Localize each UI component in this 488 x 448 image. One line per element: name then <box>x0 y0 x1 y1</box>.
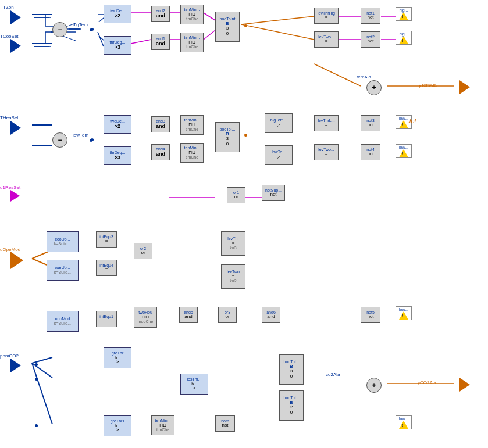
coodo-block[interactable]: cooDo... k=Build... <box>47 231 79 252</box>
grethr1-block[interactable]: greThr1 h... > <box>104 415 131 436</box>
unomod-block[interactable]: unoMod k=Build... <box>47 311 79 332</box>
u1reset-label: u1ResSet <box>0 185 20 190</box>
not1-sym: not <box>367 15 373 20</box>
ytemala-label: yTemAla <box>419 83 437 88</box>
svg-line-9 <box>98 32 104 46</box>
warup-block[interactable]: warUp... k=Build... <box>47 260 79 281</box>
warn6-block[interactable]: low... <box>396 415 412 429</box>
bootoint2-block[interactable]: booToI... B 3 0 <box>215 122 240 152</box>
warn1-icon <box>399 12 408 20</box>
svg-line-38 <box>32 357 52 363</box>
not4-block[interactable]: not4 not <box>361 144 380 160</box>
svg-line-21 <box>204 30 215 40</box>
subtractor-bot-symbol: − <box>58 136 62 144</box>
levthrl-block[interactable]: levThrL... = <box>314 115 339 131</box>
warn4-block[interactable]: low... <box>396 144 412 158</box>
levthrl-sym: = <box>325 123 328 128</box>
intequ4-block[interactable]: intEqu4 = <box>96 260 117 276</box>
jot-label: Jot <box>408 117 416 124</box>
twode-gt2-bot[interactable]: twoDe... >2 <box>104 115 131 134</box>
not6-block[interactable]: not6 not <box>215 415 235 432</box>
dot-ppmco2-3 <box>35 424 38 427</box>
or3-block[interactable]: or3 or <box>218 307 237 323</box>
twohou-block[interactable]: twoHou ⊓⊔ modChe <box>134 307 157 328</box>
not1-block[interactable]: not1 not <box>361 8 380 24</box>
tenmin1-block[interactable]: tenMin... ⊓⊔ timChe <box>180 5 204 24</box>
intequ3-block[interactable]: intEqu3 = <box>96 231 117 248</box>
bootoint1-block[interactable]: booToInt B 3 0 <box>215 12 240 42</box>
levtwo2-block[interactable]: levTwo... = <box>314 144 339 160</box>
warn1-block[interactable]: hig... <box>396 7 412 21</box>
svg-line-20 <box>204 13 215 20</box>
grethr-block[interactable]: greThr h... > <box>104 347 131 368</box>
not5-block[interactable]: not5 not <box>361 307 380 323</box>
higtem-cross-sym: ⟋ <box>276 122 282 128</box>
levtwo3-block[interactable]: levTwo = k=2 <box>221 264 245 289</box>
warn6-label: low... <box>399 417 408 421</box>
tenmin1-sym: ⊓⊔ <box>188 12 195 17</box>
twode-gt2-top-sym: >2 <box>115 13 120 19</box>
and3-block[interactable]: and3 and <box>151 116 170 132</box>
lesthr-block[interactable]: lesThr... h... < <box>180 374 208 395</box>
tenmin5-sym: ⊓⊔ <box>159 423 166 428</box>
intequ4-sym: = <box>105 267 108 273</box>
tzon-label: TZon <box>3 5 14 10</box>
levthr-block[interactable]: levThr = k=3 <box>221 231 245 256</box>
and4-block[interactable]: and4 and <box>151 144 170 160</box>
or1-block[interactable]: or1 or <box>227 187 245 203</box>
and6-block[interactable]: and6 and <box>262 307 280 323</box>
ytemala-output <box>459 80 470 94</box>
or2-block[interactable]: or2 or <box>134 243 152 259</box>
levtwo1-block[interactable]: levTwo... = <box>314 31 339 48</box>
warn4-label: low... <box>399 145 408 149</box>
bootoi5-block[interactable]: booToI... B 3 0 <box>279 354 304 385</box>
levtwo2-sym: = <box>325 152 328 157</box>
notsup-block[interactable]: notSup... not <box>262 185 285 201</box>
not2-block[interactable]: not2 not <box>361 31 380 48</box>
lowte-cross-sym: ⟋ <box>276 154 282 160</box>
warn3-icon <box>399 120 408 128</box>
tenmin3-sym: ⊓⊔ <box>188 123 195 128</box>
svg-line-23 <box>241 24 314 40</box>
dot-bootoint-mid1 <box>244 24 247 27</box>
dot-lowtem <box>91 138 94 141</box>
levthr-k: k=3 <box>230 246 236 250</box>
warn2-block[interactable]: hig... <box>396 31 412 45</box>
bootoi6-block[interactable]: booToI... B 2 0 <box>279 390 304 421</box>
yco2ala-output <box>459 378 470 392</box>
thrdeg-gt3-top[interactable]: thrDeg... >3 <box>104 36 131 55</box>
and2-block[interactable]: and2 and <box>151 6 170 22</box>
co2ala-sum[interactable]: + <box>366 378 382 393</box>
not5-sym: not <box>367 314 373 320</box>
coodo-sub: k=Build... <box>54 242 71 246</box>
tenmin5-block[interactable]: tenMin... ⊓⊔ timChe <box>151 415 174 435</box>
warn1-label: hig... <box>399 8 408 12</box>
tcooset-label: TCooSet <box>0 34 19 39</box>
higtem-cross-label: higTem... <box>270 118 287 123</box>
dot-ppmco2-1 <box>35 363 38 366</box>
intequ1-block[interactable]: intEqu1 = <box>96 311 117 327</box>
warn3-label: low... <box>399 116 408 120</box>
lowte-cross-label: lowTe... <box>272 150 286 155</box>
warn5-block[interactable]: low... <box>396 306 412 320</box>
grethr1-sym: > <box>116 428 119 433</box>
yco2ala-label: yCO2Ala <box>418 380 436 385</box>
lowte-cross[interactable]: lowTe... ⟋ <box>265 145 293 165</box>
grethr-sym: > <box>116 360 119 365</box>
and1-block[interactable]: and1 and <box>151 34 170 50</box>
warn2-icon <box>399 36 408 44</box>
levthrhig-block[interactable]: levThrHig = <box>314 8 339 24</box>
temala-sum[interactable]: + <box>366 80 382 95</box>
thrdeg-gt3-bot[interactable]: thrDeg... >3 <box>104 146 131 165</box>
bootoi6-0: 0 <box>290 410 293 415</box>
higtem-cross[interactable]: higTem... ⟋ <box>265 113 293 133</box>
tenmin2-block[interactable]: tenMin... ⊓⊔ timChe <box>180 33 204 52</box>
not3-block[interactable]: not3 not <box>361 115 380 131</box>
tenmin4-block[interactable]: tenMin... ⊓⊔ timChe <box>180 143 204 163</box>
grethr-title: greThr <box>112 351 124 356</box>
tenmin3-block[interactable]: tenMin... ⊓⊔ timChe <box>180 115 204 135</box>
and5-sym: and <box>184 314 192 320</box>
and5-block[interactable]: and5 and <box>179 307 198 323</box>
twode-gt2-top[interactable]: twoDe... >2 <box>104 5 131 23</box>
levthr-sym: = <box>232 241 235 246</box>
